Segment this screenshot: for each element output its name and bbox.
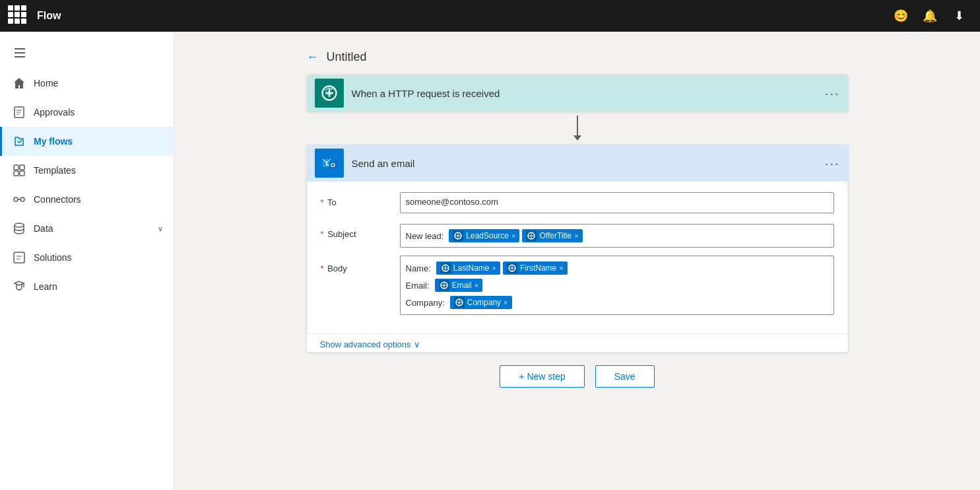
field-input-subject[interactable]: New lead: LeadSource × — [400, 224, 834, 248]
save-button[interactable]: Save — [595, 365, 655, 388]
sidebar: Home Approvals My flow — [0, 32, 174, 490]
trigger-step-icon — [315, 79, 344, 108]
action-step-body: * To someone@contoso.com * Subject — [307, 182, 848, 334]
myflows-icon — [13, 135, 26, 148]
field-row-to: * To someone@contoso.com — [321, 192, 834, 216]
trigger-title: When a HTTP request is received — [352, 88, 825, 99]
name-prefix: Name: — [406, 263, 431, 273]
new-step-button[interactable]: + New step — [500, 365, 584, 388]
field-label-subject: * Subject — [321, 224, 400, 239]
show-advanced-options[interactable]: Show advanced options ∨ — [307, 334, 848, 352]
lastname-token-icon — [440, 263, 451, 273]
company-prefix: Company: — [406, 298, 445, 308]
waffle-menu[interactable] — [8, 5, 29, 26]
sidebar-item-connectors[interactable]: Connectors — [0, 185, 174, 214]
trigger-step-header[interactable]: When a HTTP request is received ··· — [307, 75, 848, 112]
sidebar-label-learn: Learn — [34, 281, 57, 292]
svg-point-14 — [327, 91, 331, 96]
leadsource-token-remove[interactable]: × — [511, 232, 515, 240]
firstname-token-icon — [507, 263, 517, 273]
offertitle-token-label: OfferTitle — [539, 231, 572, 240]
offertitle-token-icon — [526, 230, 537, 241]
trigger-more-button[interactable]: ··· — [825, 86, 840, 101]
svg-point-8 — [15, 223, 24, 227]
svg-rect-9 — [14, 252, 24, 263]
email-prefix: Email: — [406, 281, 430, 291]
body-token-firstname: FirstName × — [503, 262, 568, 275]
leadsource-token-icon — [453, 230, 463, 241]
field-row-body: * Body Name: LastNa — [321, 256, 834, 315]
sidebar-label-home: Home — [34, 78, 58, 88]
app-name: Flow — [37, 10, 61, 22]
download-icon[interactable]: ⬇ — [946, 3, 972, 29]
to-required-marker: * — [321, 197, 324, 207]
body-line-email: Email: Email × — [406, 279, 483, 292]
lastname-token-label: LastName — [453, 263, 490, 273]
topbar-icon-group: 😊 🔔 ⬇ — [888, 3, 972, 29]
company-token-remove[interactable]: × — [504, 298, 507, 306]
subject-required-marker: * — [321, 229, 324, 239]
action-more-button[interactable]: ··· — [825, 156, 840, 171]
field-label-body: * Body — [321, 256, 400, 273]
advanced-chevron-icon: ∨ — [414, 339, 420, 349]
sidebar-item-learn[interactable]: Learn — [0, 272, 174, 301]
sidebar-item-home[interactable]: Home — [0, 69, 174, 98]
action-step-header[interactable]: O Send an email ··· — [307, 145, 848, 182]
svg-rect-1 — [14, 165, 18, 170]
email-token-label: Email — [452, 281, 472, 290]
solutions-icon — [13, 251, 26, 264]
trigger-step-card: When a HTTP request is received ··· — [307, 75, 848, 112]
sidebar-item-data[interactable]: Data ∨ — [0, 214, 174, 243]
sidebar-header — [0, 37, 174, 69]
svg-point-6 — [20, 197, 24, 201]
sidebar-label-approvals: Approvals — [34, 107, 75, 118]
flow-canvas: When a HTTP request is received ··· — [307, 75, 848, 407]
data-icon — [13, 222, 26, 235]
sidebar-item-approvals[interactable]: Approvals — [0, 98, 174, 127]
connectors-icon — [13, 193, 26, 206]
subject-token-leadsource: LeadSource × — [449, 229, 519, 242]
topbar: Flow 😊 🔔 ⬇ — [0, 0, 980, 32]
sidebar-item-templates[interactable]: Templates — [0, 156, 174, 185]
svg-rect-2 — [20, 165, 24, 170]
action-title: Send an email — [352, 158, 825, 169]
home-icon — [13, 77, 26, 90]
email-token-remove[interactable]: × — [474, 281, 478, 289]
content-area: ← Untitled When a HTT — [174, 32, 980, 490]
svg-rect-3 — [14, 171, 18, 176]
email-token-icon — [439, 280, 449, 291]
body-token-email: Email × — [435, 279, 482, 292]
notification-icon[interactable]: 🔔 — [917, 3, 943, 29]
leadsource-token-label: LeadSource — [466, 231, 509, 240]
approvals-icon — [13, 106, 26, 119]
body-token-company: Company × — [450, 296, 512, 309]
sidebar-label-connectors: Connectors — [34, 194, 81, 205]
svg-rect-4 — [20, 171, 24, 176]
subject-prefix: New lead: — [406, 231, 444, 241]
firstname-token-remove[interactable]: × — [559, 264, 563, 272]
svg-text:O: O — [331, 162, 335, 168]
sidebar-item-solutions[interactable]: Solutions — [0, 243, 174, 272]
hamburger-button[interactable] — [11, 42, 32, 63]
page-title: Untitled — [327, 50, 367, 64]
sidebar-nav: Home Approvals My flow — [0, 69, 174, 490]
lastname-token-remove[interactable]: × — [492, 264, 496, 272]
back-button[interactable]: ← — [307, 50, 319, 64]
field-row-subject: * Subject New lead: LeadSource × — [321, 224, 834, 248]
sub-header: ← Untitled — [307, 45, 848, 75]
templates-icon — [13, 164, 26, 177]
action-step-icon: O — [315, 149, 344, 178]
action-bar: + New step Save — [500, 352, 654, 394]
main-layout: Home Approvals My flow — [0, 32, 980, 490]
field-input-body[interactable]: Name: LastName × — [400, 256, 834, 315]
feedback-icon[interactable]: 😊 — [888, 3, 914, 29]
data-chevron: ∨ — [158, 225, 163, 233]
sidebar-label-myflows: My flows — [34, 136, 73, 147]
company-token-label: Company — [467, 298, 501, 307]
offertitle-token-remove[interactable]: × — [574, 232, 578, 240]
arrow-line — [577, 116, 578, 135]
body-required-marker: * — [321, 263, 324, 273]
field-input-to[interactable]: someone@contoso.com — [400, 192, 834, 213]
body-line-company: Company: Company × — [406, 296, 512, 309]
sidebar-item-myflows[interactable]: My flows — [0, 127, 174, 156]
